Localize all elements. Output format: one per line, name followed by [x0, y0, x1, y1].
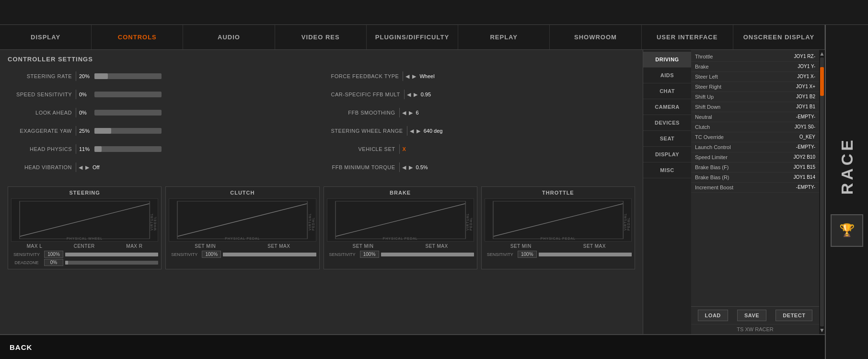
- head-vibration-left-arrow[interactable]: ◀: [77, 164, 84, 171]
- category-devices[interactable]: DEVICES: [643, 115, 691, 131]
- trophy-button[interactable]: 🏆: [831, 214, 863, 247]
- binding-speed-limiter-name: Speed Limiter: [695, 154, 728, 160]
- binding-shift-down[interactable]: Shift Down JOY1 B1: [691, 102, 819, 112]
- binding-tc-override[interactable]: TC Override O_KEY: [691, 132, 819, 142]
- ffb-type-right-arrow[interactable]: ▶: [411, 73, 417, 80]
- category-camera[interactable]: CAMERA: [643, 99, 691, 115]
- throttle-right-label: VIRTUAL PEDAL: [624, 209, 630, 231]
- scrollbar-down-btn[interactable]: ▼: [819, 327, 825, 333]
- binding-throttle[interactable]: Throttle JOY1 RZ-: [691, 52, 819, 62]
- look-ahead-row: LOOK AHEAD 0%: [8, 106, 312, 119]
- steering-rate-slider[interactable]: [94, 73, 162, 79]
- category-display[interactable]: DISPLAY: [643, 147, 691, 162]
- binding-launch-control[interactable]: Launch Control -EMPTY-: [691, 142, 819, 152]
- ffb-smoothing-left-arrow[interactable]: ◀: [401, 110, 407, 116]
- throttle-setmin-btn[interactable]: SET MIN: [510, 243, 532, 249]
- ffb-type-left-arrow[interactable]: ◀: [404, 73, 411, 80]
- detect-button[interactable]: DETECT: [775, 310, 812, 321]
- steering-deadzone-input[interactable]: [44, 259, 63, 266]
- category-misc[interactable]: MISC: [643, 162, 691, 178]
- steering-bottom-label: PHYSICAL WHEEL: [67, 237, 103, 240]
- scrollbar-track[interactable]: [820, 58, 824, 326]
- clutch-setmin-btn[interactable]: SET MIN: [195, 243, 216, 249]
- clutch-pedal-box: CLUTCH VIRTUAL PEDAL PHYSICAL PEDAL: [165, 186, 319, 269]
- divider: [76, 144, 76, 154]
- head-physics-row: HEAD PHYSICS 11%: [8, 142, 312, 156]
- throttle-setmax-btn[interactable]: SET MAX: [583, 243, 606, 249]
- brake-pedal-box: BRAKE VIRTUAL PEDAL PHYSICAL PEDAL: [324, 186, 477, 269]
- wheel-range-right-arrow[interactable]: ▶: [415, 128, 422, 134]
- head-vibration-right-arrow[interactable]: ▶: [84, 164, 91, 171]
- binding-increment-boost[interactable]: Increment Boost -EMPTY-: [691, 183, 819, 193]
- binding-neutral[interactable]: Neutral -EMPTY-: [691, 112, 819, 122]
- wheel-range-row: STEERING WHEEL RANGE ◀ ▶ 640 deg: [331, 124, 636, 138]
- binding-shift-up[interactable]: Shift Up JOY1 B2: [691, 92, 819, 102]
- binding-brake-bias-r[interactable]: Brake Bias (R) JOY1 B14: [691, 173, 819, 183]
- binding-brake-bias-f[interactable]: Brake Bias (F) JOY1 B15: [691, 162, 819, 173]
- car-ffb-mult-right-arrow[interactable]: ▶: [412, 92, 419, 98]
- clutch-graph: VIRTUAL PEDAL PHYSICAL PEDAL: [169, 198, 316, 242]
- race-panel: RACE 🏆: [825, 25, 868, 359]
- steering-sensitivity-input[interactable]: [44, 251, 63, 258]
- category-aids[interactable]: AIDS: [643, 68, 691, 83]
- throttle-controls: SET MIN SET MAX: [485, 243, 632, 249]
- binding-clutch[interactable]: Clutch JOY1 S0-: [691, 122, 819, 132]
- ffb-min-torque-left-arrow[interactable]: ◀: [401, 164, 407, 171]
- steering-maxr-btn[interactable]: MAX R: [126, 243, 142, 249]
- brake-setmax-btn[interactable]: SET MAX: [425, 243, 448, 249]
- binding-brake-bias-f-name: Brake Bias (F): [695, 164, 729, 170]
- throttle-sensitivity-fill: [539, 253, 632, 256]
- clutch-sensitivity-input[interactable]: [202, 251, 221, 258]
- look-ahead-label: LOOK AHEAD: [8, 110, 75, 116]
- look-ahead-slider[interactable]: [94, 110, 162, 116]
- scrollbar-up-btn[interactable]: ▲: [819, 51, 825, 57]
- svg-line-6: [493, 204, 623, 236]
- throttle-sensitivity-input[interactable]: [518, 251, 537, 258]
- back-button[interactable]: BACK: [10, 343, 32, 351]
- nav-onscreen[interactable]: ONSCREEN DISPLAY: [733, 25, 825, 49]
- ffb-smoothing-right-arrow[interactable]: ▶: [407, 110, 414, 116]
- divider: [399, 162, 400, 172]
- binding-brake[interactable]: Brake JOY1 Y-: [691, 62, 819, 72]
- nav-display[interactable]: DISPLAY: [0, 25, 92, 49]
- pedal-section: STEERING VIRTUAL WHEEL PHYSICAL WHEEL: [8, 186, 635, 269]
- exaggerate-yaw-slider[interactable]: [94, 128, 162, 134]
- wheel-range-left-arrow[interactable]: ◀: [408, 128, 415, 134]
- steering-maxl-btn[interactable]: MAX L: [27, 243, 43, 249]
- steering-controls: MAX L CENTER MAX R: [11, 243, 158, 249]
- load-button[interactable]: LOAD: [698, 310, 728, 321]
- nav-showroom[interactable]: SHOWROOM: [550, 25, 641, 49]
- car-ffb-mult-value: 0.95: [419, 92, 436, 97]
- brake-sensitivity-bar[interactable]: [381, 253, 474, 256]
- category-chat[interactable]: CHAT: [643, 83, 691, 99]
- ffb-min-torque-right-arrow[interactable]: ▶: [407, 164, 414, 171]
- binding-speed-limiter[interactable]: Speed Limiter JOY2 B10: [691, 152, 819, 162]
- nav-plugins[interactable]: PLUGINS/DIFFICULTY: [367, 25, 458, 49]
- nav-videores[interactable]: VIDEO RES: [275, 25, 367, 49]
- save-button[interactable]: SAVE: [737, 310, 766, 321]
- nav-controls[interactable]: CONTROLS: [92, 25, 183, 49]
- throttle-title: THROTTLE: [485, 190, 632, 196]
- head-physics-slider[interactable]: [94, 146, 162, 152]
- binding-steer-right[interactable]: Steer Right JOY1 X+: [691, 82, 819, 92]
- ffb-min-torque-row: FFB MINIMUM TORQUE ◀ ▶ 0.5%: [331, 161, 636, 174]
- brake-sensitivity-input[interactable]: [360, 251, 379, 258]
- clutch-setmax-btn[interactable]: SET MAX: [267, 243, 290, 249]
- car-ffb-mult-left-arrow[interactable]: ◀: [405, 92, 412, 98]
- brake-setmin-btn[interactable]: SET MIN: [353, 243, 374, 249]
- category-seat[interactable]: SEAT: [643, 131, 691, 147]
- binding-steer-left[interactable]: Steer Left JOY1 X-: [691, 72, 819, 82]
- nav-audio[interactable]: AUDIO: [183, 25, 275, 49]
- nav-ui[interactable]: USER INTERFACE: [642, 25, 733, 49]
- steering-center-btn[interactable]: CENTER: [74, 243, 95, 249]
- steering-sensitivity-bar[interactable]: [65, 253, 158, 256]
- clutch-right-label: VIRTUAL PEDAL: [308, 209, 315, 231]
- throttle-sensitivity-bar[interactable]: [539, 253, 632, 256]
- steering-deadzone-bar[interactable]: [65, 261, 158, 265]
- binding-brake-bias-f-value: JOY1 B15: [793, 164, 815, 170]
- wheel-range-label: STEERING WHEEL RANGE: [331, 128, 406, 134]
- nav-replay[interactable]: REPLAY: [458, 25, 550, 49]
- clutch-sensitivity-bar[interactable]: [223, 253, 316, 256]
- speed-sensitivity-slider[interactable]: [94, 92, 162, 97]
- category-driving[interactable]: DRIVING: [643, 52, 691, 68]
